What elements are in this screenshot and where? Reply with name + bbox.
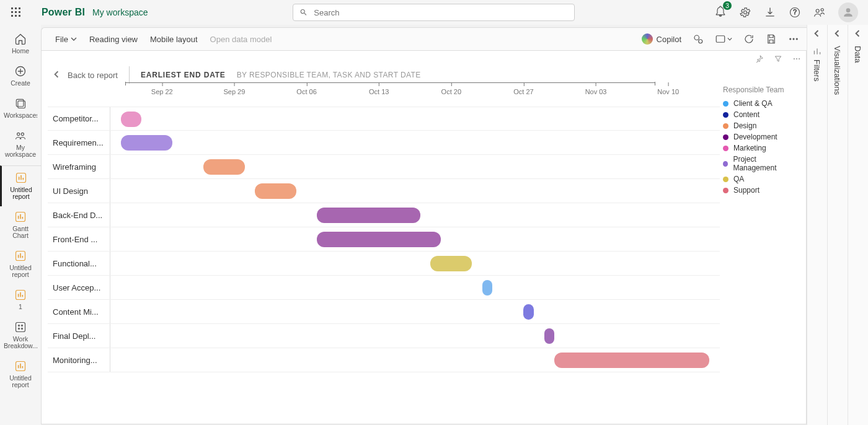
- settings-icon[interactable]: [739, 6, 751, 19]
- filters-pane[interactable]: Filters: [807, 25, 827, 425]
- task-label: Final Depl...: [48, 331, 110, 341]
- nav-workspaces[interactable]: Workspaces: [0, 93, 41, 125]
- gantt-bar[interactable]: [121, 112, 141, 127]
- divider: [129, 66, 130, 84]
- gantt-row[interactable]: Final Depl...: [48, 324, 720, 348]
- help-icon[interactable]: ?: [789, 6, 801, 19]
- nav-untitled-report-2[interactable]: Untitled report: [0, 245, 41, 284]
- gantt-bar[interactable]: [121, 135, 172, 151]
- task-label: Functional...: [48, 259, 110, 268]
- legend-item[interactable]: QA: [723, 173, 797, 185]
- legend-title: Responsible Team: [723, 85, 797, 94]
- app-launcher-icon[interactable]: [6, 2, 26, 22]
- task-label: UI Design: [48, 186, 110, 196]
- nav-gantt-chart[interactable]: Gantt Chart: [0, 206, 41, 245]
- legend-item[interactable]: Design: [723, 120, 797, 131]
- data-pane[interactable]: Data: [848, 25, 868, 425]
- pin-icon[interactable]: [755, 55, 764, 63]
- search-box[interactable]: [293, 4, 575, 21]
- expand-icon[interactable]: [813, 28, 820, 40]
- legend-label: QA: [733, 175, 744, 183]
- task-label: Requiremen...: [48, 138, 110, 147]
- breadcrumb-workspace[interactable]: My workspace: [92, 7, 148, 17]
- more-icon[interactable]: [792, 55, 801, 63]
- gantt-bar[interactable]: [554, 353, 709, 368]
- refresh-icon[interactable]: [743, 33, 755, 45]
- gantt-row[interactable]: Competitor...: [48, 107, 720, 131]
- gantt-bar[interactable]: [544, 328, 555, 344]
- account-avatar[interactable]: [838, 2, 858, 22]
- gantt-row[interactable]: User Accep...: [48, 276, 720, 300]
- back-to-report-link[interactable]: Back to report: [68, 71, 118, 80]
- report-icon: [15, 172, 27, 184]
- gantt-row[interactable]: Functional...: [48, 252, 720, 276]
- expand-icon[interactable]: [833, 28, 841, 40]
- expand-icon[interactable]: [854, 28, 861, 40]
- gantt-row[interactable]: Monitoring...: [48, 348, 720, 372]
- view-dropdown[interactable]: [715, 33, 732, 45]
- visual-title: EARLIEST END DATE: [141, 71, 226, 79]
- svg-point-31: [790, 38, 791, 40]
- file-menu[interactable]: File: [49, 32, 83, 46]
- notifications-icon[interactable]: 3: [714, 5, 727, 20]
- nav-report-one[interactable]: 1: [0, 284, 41, 317]
- nav-create[interactable]: Create: [0, 61, 41, 93]
- gantt-bar[interactable]: [317, 232, 441, 247]
- matrix-icon: [14, 321, 27, 333]
- legend-item[interactable]: Marketing: [723, 142, 797, 154]
- gantt-bar[interactable]: [317, 208, 420, 223]
- nav-untitled-report-3[interactable]: Untitled report: [0, 356, 41, 395]
- mobile-layout-button[interactable]: Mobile layout: [144, 32, 204, 46]
- legend-item[interactable]: Support: [723, 185, 797, 196]
- copilot-button[interactable]: Copilot: [642, 33, 681, 45]
- gantt-row[interactable]: Back-End D...: [48, 203, 720, 227]
- back-icon[interactable]: [53, 71, 60, 80]
- filter-icon[interactable]: [774, 55, 782, 63]
- gantt-bar[interactable]: [255, 183, 296, 199]
- legend-item[interactable]: Project Management: [723, 154, 797, 173]
- search-icon: [299, 8, 308, 17]
- svg-point-32: [793, 38, 794, 40]
- gantt-row[interactable]: Content Mi...: [48, 300, 720, 324]
- legend-item[interactable]: Development: [723, 131, 797, 142]
- gantt-rows: Competitor...Requiremen...WireframingUI …: [48, 107, 720, 372]
- download-icon[interactable]: [764, 6, 776, 19]
- search-input[interactable]: [312, 7, 568, 18]
- gantt-row[interactable]: UI Design: [48, 179, 720, 203]
- task-label: Back-End D...: [48, 211, 110, 220]
- legend-swatch: [723, 112, 728, 118]
- gantt-bar[interactable]: [430, 256, 472, 271]
- nav-my-workspace[interactable]: My workspace: [0, 125, 41, 164]
- axis-tick: Sep 29: [223, 88, 245, 95]
- task-label: Monitoring...: [48, 356, 110, 365]
- more-options-icon[interactable]: [788, 33, 799, 45]
- nav-untitled-report-1[interactable]: Untitled report: [0, 165, 41, 206]
- feedback-icon[interactable]: [813, 6, 826, 19]
- legend-item[interactable]: Client & QA: [723, 98, 797, 109]
- gantt-bar[interactable]: [203, 159, 245, 175]
- svg-point-23: [18, 325, 19, 326]
- gantt-bar[interactable]: [523, 304, 534, 320]
- reading-view-button[interactable]: Reading view: [83, 32, 144, 46]
- visualizations-pane[interactable]: Visualizations: [827, 25, 848, 425]
- nav-work-breakdown[interactable]: Work Breakdow...: [0, 317, 41, 356]
- chevron-down-icon: [727, 37, 732, 42]
- nav-home[interactable]: Home: [0, 28, 41, 61]
- svg-rect-4: [15, 11, 17, 13]
- axis-tick: Nov 03: [585, 88, 607, 95]
- data-label: Data: [853, 46, 862, 63]
- axis-line: [125, 82, 655, 83]
- svg-rect-1: [15, 7, 17, 9]
- brand-label[interactable]: Power BI: [42, 7, 85, 18]
- gantt-row[interactable]: Requiremen...: [48, 131, 720, 155]
- svg-point-24: [21, 325, 22, 326]
- visual-header: [755, 55, 801, 63]
- legend-item[interactable]: Content: [723, 109, 797, 120]
- explore-icon[interactable]: [693, 33, 704, 45]
- gantt-bar[interactable]: [482, 280, 493, 296]
- legend-swatch: [723, 101, 728, 107]
- gantt-row[interactable]: Front-End ...: [48, 227, 720, 252]
- svg-rect-14: [16, 99, 24, 107]
- save-icon[interactable]: [766, 33, 777, 45]
- gantt-row[interactable]: Wireframing: [48, 155, 720, 179]
